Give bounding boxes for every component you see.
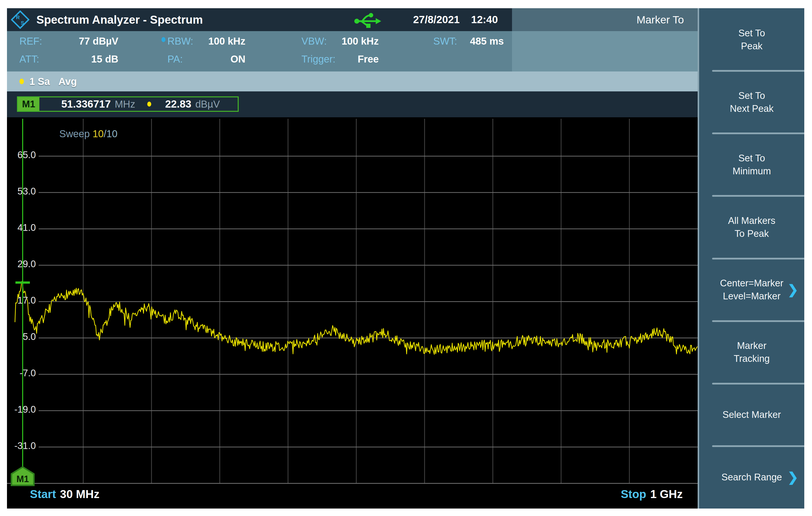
time-label: 12:40 — [471, 14, 498, 26]
marker-name-badge[interactable]: M1 — [18, 97, 39, 111]
softkey-label: All MarkersTo Peak — [728, 214, 775, 240]
chevron-right-icon: ❯ — [787, 283, 798, 296]
y-axis-tick-label: 29.0 — [13, 259, 36, 269]
setting-value[interactable]: ON — [230, 54, 245, 65]
rohde-schwarz-logo-icon: R S — [11, 10, 29, 29]
softkey-searchrange[interactable]: Search Range❯ — [699, 446, 804, 509]
start-frequency-label[interactable]: Start30 MHz — [30, 487, 99, 501]
settings-panel-right — [512, 31, 698, 71]
setting-label: VBW: — [301, 36, 327, 47]
setting-label: ATT: — [20, 54, 39, 65]
softkey-menu: Set ToPeakSet ToNext PeakSet ToMinimumAl… — [698, 8, 804, 509]
marker-readout-box[interactable]: M1 51.336717 MHz 22.83 dBµV — [17, 96, 239, 112]
trace-detector-label: 1 Sa — [29, 76, 50, 87]
softkey-setto-peak[interactable]: Set ToPeak — [699, 8, 804, 71]
softkey-label: Center=MarkerLevel=Marker — [720, 277, 783, 303]
app-title: Spectrum Analyzer - Spectrum — [36, 13, 203, 26]
y-axis-tick-label: -19.0 — [13, 404, 36, 415]
menu-title: Marker To — [637, 14, 684, 26]
date-time: 27/8/2021 12:40 — [413, 8, 498, 31]
usb-icon — [354, 12, 382, 28]
softkey-label: Set ToNext Peak — [730, 89, 773, 115]
softkey-setto-minimum[interactable]: Set ToMinimum — [699, 133, 804, 196]
setting-value[interactable]: 100 kHz — [342, 36, 379, 47]
y-axis-tick-label: 53.0 — [13, 186, 36, 197]
setting-label: SWT: — [433, 36, 457, 47]
y-axis-tick-label: -31.0 — [13, 441, 36, 451]
y-axis-tick-label: 17.0 — [13, 295, 36, 306]
svg-text:S: S — [21, 20, 24, 26]
setting-label: Trigger: — [301, 54, 336, 65]
marker-frequency-unit: MHz — [115, 99, 135, 110]
trace-color-dot-icon — [20, 79, 24, 84]
softkey-centermarker-levelmarker[interactable]: Center=MarkerLevel=Marker❯ — [699, 259, 804, 321]
settings-panel: REF:77 dBµVATT:15 dBRBW:100 kHzPA:ONVBW:… — [7, 31, 512, 71]
softkey-divider — [712, 383, 804, 385]
softkey-marker-tracking[interactable]: MarkerTracking — [699, 321, 804, 384]
setting-label: RBW: — [168, 36, 193, 47]
svg-text:R: R — [16, 15, 20, 20]
y-axis-tick-label: 5.0 — [13, 331, 36, 342]
trace-info-bar[interactable]: 1 Sa Avg — [7, 71, 698, 91]
coupled-setting-dot-icon — [162, 37, 166, 42]
softkey-divider — [712, 320, 804, 322]
softkey-label: Set ToMinimum — [732, 152, 771, 178]
softkey-divider — [712, 258, 804, 260]
trace-mode-label: Avg — [58, 76, 77, 87]
setting-value[interactable]: 77 dBµV — [79, 36, 118, 47]
marker-position-tick — [16, 281, 30, 284]
softkey-setto-nextpeak[interactable]: Set ToNext Peak — [699, 71, 804, 133]
y-axis-tick-label: 41.0 — [13, 222, 36, 233]
trace-plot: M1 — [7, 117, 698, 509]
softkey-label: Set ToPeak — [738, 27, 765, 53]
setting-value[interactable]: 15 dB — [91, 54, 118, 65]
softkey-divider — [712, 445, 804, 447]
screenshot-canvas: { "header": { "app_title": "Spectrum Ana… — [0, 0, 812, 516]
marker-level-unit: dBµV — [195, 99, 220, 110]
menu-title-bar: Marker To — [512, 8, 698, 31]
stop-frequency-label[interactable]: Stop1 GHz — [621, 487, 683, 501]
date-label: 27/8/2021 — [413, 14, 460, 26]
marker-readout-bar: M1 51.336717 MHz 22.83 dBµV — [7, 91, 698, 117]
softkey-divider — [712, 70, 804, 72]
setting-value[interactable]: 100 kHz — [208, 36, 245, 47]
title-bar: R S Spectrum Analyzer - Spectrum 27/8/20… — [7, 8, 512, 31]
marker-frequency-value: 51.336717 — [61, 98, 111, 110]
marker-trace-dot-icon — [147, 101, 151, 107]
softkey-divider — [712, 195, 804, 197]
setting-value[interactable]: Free — [358, 54, 379, 65]
softkey-divider — [712, 132, 804, 134]
softkey-label: Search Range — [722, 471, 782, 484]
chevron-right-icon: ❯ — [787, 471, 798, 484]
svg-text:M1: M1 — [17, 474, 29, 484]
spectrum-chart[interactable]: M1 Sweep 10/10 Start30 MHz Stop1 GHz 65.… — [7, 117, 698, 509]
setting-label: PA: — [168, 54, 183, 65]
setting-value[interactable]: 485 ms — [470, 36, 504, 47]
sweep-counter: Sweep 10/10 — [59, 128, 118, 140]
y-axis-tick-label: -7.0 — [13, 368, 36, 378]
softkey-selectmarker[interactable]: Select Marker — [699, 384, 804, 446]
softkey-label: Select Marker — [723, 408, 781, 421]
softkey-allmarkers-topeak[interactable]: All MarkersTo Peak — [699, 196, 804, 258]
softkey-label: MarkerTracking — [734, 339, 770, 365]
spectrum-analyzer-screen: R S Spectrum Analyzer - Spectrum 27/8/20… — [7, 8, 804, 509]
marker-level-value: 22.83 — [165, 98, 191, 110]
y-axis-tick-label: 65.0 — [13, 150, 36, 160]
setting-label: REF: — [20, 36, 42, 47]
